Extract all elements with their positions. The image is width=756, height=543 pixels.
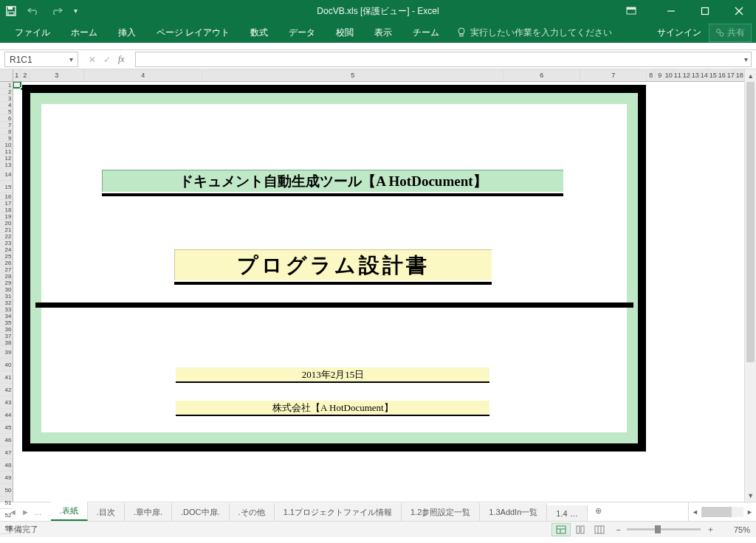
minimize-button[interactable] (654, 0, 688, 22)
hscroll-thumb[interactable] (701, 507, 732, 517)
column-header[interactable]: 16 (718, 69, 726, 81)
row-header[interactable]: 17 (0, 200, 13, 207)
column-header[interactable]: 2 (21, 69, 30, 81)
row-header[interactable]: 48 (0, 459, 13, 471)
row-header[interactable]: 46 (0, 434, 13, 446)
column-header[interactable]: 7 (580, 69, 647, 81)
tab-home[interactable]: ホーム (61, 22, 108, 44)
row-header[interactable]: 38 (0, 339, 13, 346)
sheet-canvas[interactable]: ドキュメント自動生成ツール【A HotDocument】 プログラム設計書 20… (13, 82, 744, 502)
row-header[interactable]: 51 (0, 497, 13, 509)
column-header[interactable]: 17 (726, 69, 735, 81)
row-header[interactable]: 28 (0, 273, 13, 280)
row-header[interactable]: 12 (0, 155, 13, 162)
column-header[interactable]: 15 (709, 69, 718, 81)
row-header[interactable]: 47 (0, 446, 13, 459)
sign-in-link[interactable]: サインイン (657, 27, 701, 39)
row-header[interactable]: 35 (0, 319, 13, 326)
row-header[interactable]: 30 (0, 286, 13, 293)
column-header[interactable]: 18 (735, 69, 744, 81)
row-header[interactable]: 44 (0, 409, 13, 421)
row-header[interactable]: 39 (0, 346, 13, 359)
tab-formulas[interactable]: 数式 (240, 22, 278, 44)
row-header[interactable]: 26 (0, 260, 13, 266)
tab-nav-next-icon[interactable]: ► (21, 508, 30, 516)
sheet-tab[interactable]: 1.2参照設定一覧 (402, 503, 480, 521)
row-header[interactable]: 1 (0, 82, 13, 89)
insert-function-icon[interactable]: fx (118, 54, 125, 65)
tab-data[interactable]: データ (278, 22, 326, 44)
row-header[interactable]: 18 (0, 207, 13, 213)
zoom-level[interactable]: 75% (721, 525, 750, 534)
row-header[interactable]: 20 (0, 220, 13, 226)
row-header[interactable]: 32 (0, 300, 13, 306)
row-header[interactable]: 53 (0, 522, 13, 534)
scroll-thumb[interactable] (746, 82, 755, 362)
row-header[interactable]: 14 (0, 168, 13, 181)
cancel-formula-icon[interactable]: ✕ (89, 55, 96, 65)
row-header[interactable]: 27 (0, 266, 13, 273)
column-header[interactable]: 11 (673, 69, 682, 81)
row-header[interactable]: 42 (0, 384, 13, 396)
column-header[interactable]: 3 (30, 69, 84, 81)
scroll-up-icon[interactable]: ▲ (745, 69, 756, 82)
row-header[interactable]: 22 (0, 233, 13, 240)
row-header[interactable]: 9 (0, 135, 13, 142)
zoom-in-icon[interactable]: ＋ (707, 524, 715, 535)
row-header[interactable]: 52 (0, 509, 13, 522)
row-header[interactable]: 34 (0, 313, 13, 319)
row-header[interactable]: 50 (0, 484, 13, 497)
close-button[interactable] (722, 0, 756, 22)
sheet-tab[interactable]: 1.3AddIn一覧 (480, 503, 547, 521)
row-header[interactable]: 36 (0, 326, 13, 333)
column-header[interactable]: 9 (656, 69, 664, 81)
enter-formula-icon[interactable]: ✓ (103, 55, 111, 65)
row-header[interactable]: 6 (0, 115, 13, 122)
row-header[interactable]: 37 (0, 333, 13, 339)
row-header[interactable]: 19 (0, 213, 13, 220)
tab-pagelayout[interactable]: ページ レイアウト (146, 22, 240, 44)
name-box[interactable]: R1C1 ▾ (4, 52, 78, 67)
column-header[interactable]: 8 (647, 69, 656, 81)
tab-view[interactable]: 表示 (364, 22, 402, 44)
column-header[interactable]: 1 (13, 69, 21, 81)
scroll-left-icon[interactable]: ◄ (689, 508, 701, 516)
ribbon-display-options-icon[interactable] (626, 7, 636, 15)
select-all-corner[interactable] (0, 69, 13, 82)
column-header[interactable]: 10 (664, 69, 673, 81)
row-header[interactable]: 5 (0, 108, 13, 115)
row-header[interactable]: 3 (0, 95, 13, 102)
zoom-slider[interactable] (627, 528, 701, 530)
page-break-view-icon[interactable] (590, 523, 609, 536)
tab-nav-ellipsis[interactable]: … (34, 508, 42, 516)
vertical-scrollbar[interactable]: ▲ ▼ (744, 69, 756, 502)
tell-me-search[interactable]: 実行したい作業を入力してください (450, 27, 612, 39)
column-header[interactable]: 6 (504, 69, 580, 81)
new-sheet-button[interactable]: ⊕ (588, 502, 609, 521)
share-button[interactable]: 共有 (709, 24, 752, 42)
horizontal-scrollbar[interactable]: ◄ ► (688, 502, 756, 521)
sheet-tab-active[interactable]: .表紙 (51, 502, 88, 521)
row-header[interactable]: 21 (0, 226, 13, 233)
column-header[interactable]: 5 (202, 69, 504, 81)
scroll-down-icon[interactable]: ▼ (745, 489, 756, 502)
row-header[interactable]: 15 (0, 181, 13, 193)
tab-review[interactable]: 校閲 (326, 22, 364, 44)
column-header[interactable]: 12 (682, 69, 691, 81)
column-header[interactable]: 14 (700, 69, 709, 81)
undo-icon[interactable] (27, 7, 40, 15)
row-header[interactable]: 4 (0, 102, 13, 108)
column-header[interactable]: 13 (691, 69, 700, 81)
sheet-tab[interactable]: .DOC中扉. (172, 503, 230, 521)
row-header[interactable]: 2 (0, 89, 13, 95)
row-header[interactable]: 49 (0, 471, 13, 484)
tab-insert[interactable]: 挿入 (108, 22, 146, 44)
column-header[interactable]: 4 (84, 69, 202, 81)
formula-input[interactable]: ▾ (135, 52, 752, 67)
sheet-tab[interactable]: 1.1プロジェクトファイル情報 (275, 503, 402, 521)
normal-view-icon[interactable] (551, 523, 571, 536)
row-header[interactable]: 16 (0, 193, 13, 200)
qat-customize-icon[interactable]: ▾ (74, 7, 78, 15)
chevron-down-icon[interactable]: ▾ (69, 55, 73, 63)
row-header[interactable]: 25 (0, 253, 13, 260)
